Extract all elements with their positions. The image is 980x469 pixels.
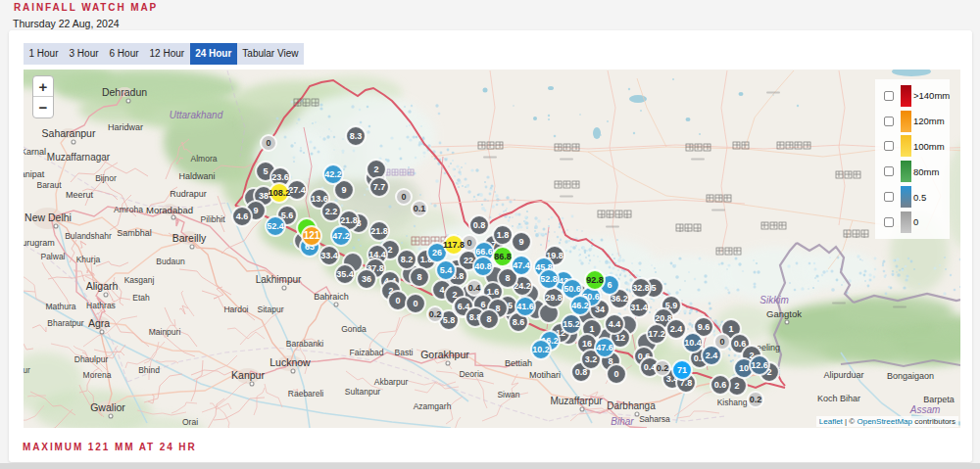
svg-text:Gwalior: Gwalior xyxy=(90,401,125,413)
svg-text:2: 2 xyxy=(373,164,378,174)
svg-text:8: 8 xyxy=(486,314,491,324)
svg-text:Faizabad: Faizabad xyxy=(350,348,384,357)
svg-text:Orai: Orai xyxy=(182,417,198,427)
svg-text:0.6: 0.6 xyxy=(714,380,727,390)
svg-text:Moradabad: Moradabad xyxy=(146,205,193,215)
svg-text:Bhind: Bhind xyxy=(138,365,160,375)
svg-text:Uttarakhand: Uttarakhand xyxy=(170,110,223,120)
svg-text:0.1: 0.1 xyxy=(414,204,426,213)
svg-text:8.3: 8.3 xyxy=(350,131,363,141)
svg-text:Barpeta: Barpeta xyxy=(923,395,955,404)
svg-text:Saharanpur: Saharanpur xyxy=(42,127,96,139)
svg-text:Kishang: Kishang xyxy=(717,398,748,407)
svg-text:Muzaffarnagar: Muzaffarnagar xyxy=(47,152,111,163)
svg-text:33.4: 33.4 xyxy=(320,251,338,260)
svg-text:0.4: 0.4 xyxy=(468,283,481,293)
svg-text:4: 4 xyxy=(439,285,444,295)
svg-text:5: 5 xyxy=(263,166,268,176)
svg-text:Baraut: Baraut xyxy=(36,180,62,190)
svg-text:Sambhal: Sambhal xyxy=(117,228,152,238)
svg-text:0: 0 xyxy=(719,337,724,347)
svg-text:15.2: 15.2 xyxy=(563,319,580,329)
svg-text:Assam: Assam xyxy=(909,404,941,415)
svg-text:23.6: 23.6 xyxy=(271,172,289,182)
svg-text:36.2: 36.2 xyxy=(611,294,628,304)
svg-text:Karnal: Karnal xyxy=(24,147,46,157)
svg-text:21.8: 21.8 xyxy=(370,226,388,236)
svg-text:Budaun: Budaun xyxy=(156,257,185,266)
svg-text:66.6: 66.6 xyxy=(475,247,493,257)
svg-text:4.6: 4.6 xyxy=(236,211,249,221)
svg-text:50.6: 50.6 xyxy=(564,284,581,294)
svg-text:Basti: Basti xyxy=(395,348,414,357)
svg-text:0: 0 xyxy=(266,138,270,148)
svg-text:Hardoi: Hardoi xyxy=(223,305,248,314)
svg-text:Rudrapur: Rudrapur xyxy=(170,189,207,199)
svg-text:2.2: 2.2 xyxy=(325,207,338,216)
svg-text:Alipurduar: Alipurduar xyxy=(823,370,863,380)
svg-text:8: 8 xyxy=(416,272,421,282)
svg-text:0: 0 xyxy=(466,238,471,248)
svg-text:2.4: 2.4 xyxy=(706,351,718,360)
svg-text:1: 1 xyxy=(589,324,594,334)
svg-text:41.6: 41.6 xyxy=(516,302,534,311)
svg-text:36: 36 xyxy=(362,274,371,284)
svg-text:5.8: 5.8 xyxy=(443,315,456,325)
svg-text:0: 0 xyxy=(413,299,417,308)
svg-text:40.8: 40.8 xyxy=(474,261,492,271)
svg-text:13.6: 13.6 xyxy=(311,194,328,204)
svg-text:Bharatpur: Bharatpur xyxy=(47,318,83,328)
svg-text:17.2: 17.2 xyxy=(648,329,665,339)
svg-text:0.2: 0.2 xyxy=(429,309,442,319)
svg-text:0: 0 xyxy=(395,296,400,305)
svg-text:0.8: 0.8 xyxy=(575,367,588,377)
svg-text:Sultanpur: Sultanpur xyxy=(345,387,381,397)
svg-text:Amroha: Amroha xyxy=(114,205,143,214)
svg-text:12: 12 xyxy=(615,333,625,343)
svg-text:Sikkim: Sikkim xyxy=(760,295,788,305)
svg-text:117.8: 117.8 xyxy=(443,240,465,250)
svg-text:108.2: 108.2 xyxy=(269,188,291,198)
svg-text:Khurja: Khurja xyxy=(76,255,101,264)
svg-text:22: 22 xyxy=(464,256,473,265)
svg-text:Etah: Etah xyxy=(132,293,150,303)
svg-text:38: 38 xyxy=(259,191,269,201)
svg-text:52.4: 52.4 xyxy=(267,221,284,231)
svg-text:Motihari: Motihari xyxy=(529,370,561,380)
svg-text:0: 0 xyxy=(613,369,618,379)
svg-text:4.4: 4.4 xyxy=(609,319,621,329)
svg-text:Muzaffarpur: Muzaffarpur xyxy=(550,396,603,406)
svg-text:Lakhimpur: Lakhimpur xyxy=(256,274,302,285)
svg-text:Gonda: Gonda xyxy=(341,324,367,334)
svg-text:Bihar: Bihar xyxy=(611,416,634,427)
svg-text:Kanpur: Kanpur xyxy=(231,369,265,381)
svg-text:Dehradun: Dehradun xyxy=(102,86,147,98)
svg-text:47.4: 47.4 xyxy=(513,260,530,270)
svg-text:Hathras: Hathras xyxy=(86,301,116,310)
svg-text:2: 2 xyxy=(452,290,457,300)
svg-text:Kasganj: Kasganj xyxy=(124,275,155,285)
svg-text:9: 9 xyxy=(253,206,258,215)
svg-text:71: 71 xyxy=(677,365,687,375)
svg-text:Meerut: Meerut xyxy=(66,190,94,200)
svg-text:42.2: 42.2 xyxy=(324,169,342,179)
svg-text:21.8: 21.8 xyxy=(340,215,358,225)
svg-text:46.2: 46.2 xyxy=(571,301,589,310)
svg-text:Mathura: Mathura xyxy=(45,302,75,311)
svg-text:Almora: Almora xyxy=(191,154,218,164)
svg-text:2.4: 2.4 xyxy=(670,324,683,334)
svg-text:29.8: 29.8 xyxy=(545,293,563,303)
svg-text:27.4: 27.4 xyxy=(288,185,306,195)
svg-text:ur: ur xyxy=(24,365,30,375)
svg-text:1.8: 1.8 xyxy=(497,230,510,240)
svg-text:6: 6 xyxy=(480,300,485,309)
svg-text:0.2: 0.2 xyxy=(657,363,669,373)
svg-text:121: 121 xyxy=(304,230,320,241)
svg-text:9: 9 xyxy=(341,185,346,195)
svg-text:Aligarh: Aligarh xyxy=(86,280,119,292)
svg-text:2: 2 xyxy=(734,381,739,391)
svg-text:8.2: 8.2 xyxy=(401,255,414,264)
svg-text:New Delhi: New Delhi xyxy=(24,211,72,223)
svg-text:10.4: 10.4 xyxy=(684,338,702,348)
svg-text:Agra: Agra xyxy=(88,317,110,329)
